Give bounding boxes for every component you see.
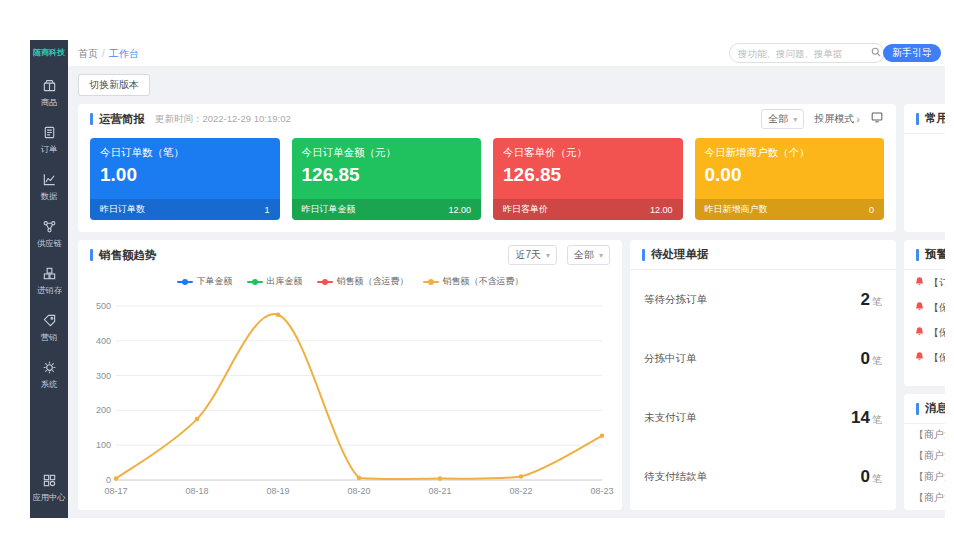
pending-title: 待处理单据 bbox=[651, 247, 709, 262]
sidebar-item-label: 进销存 bbox=[37, 285, 62, 297]
sidebar-menu: 商品 订单 数据 供应链 进销存 bbox=[30, 70, 68, 399]
inventory-boxes-icon bbox=[42, 266, 57, 281]
alert-list: 【订单】超 【保质期】 【保质期】 【保质期】 bbox=[904, 270, 945, 370]
stat-title: 今日客单价（元） bbox=[493, 138, 683, 160]
operation-brief-card: 运营简报 更新时间：2022-12-29 10:19:02 全部▾ 投屏模式› … bbox=[78, 104, 896, 232]
brief-update-time: 更新时间：2022-12-29 10:19:02 bbox=[155, 113, 291, 126]
search-input[interactable] bbox=[738, 48, 870, 59]
brief-title: 运营简报 bbox=[99, 112, 145, 127]
sales-trend-chart: 010020030040050008-1708-1808-1908-2008-2… bbox=[86, 298, 614, 498]
brand-logo: 随商科技 bbox=[30, 47, 68, 58]
pending-row-wait-sorting[interactable]: 等待分拣订单 2笔 bbox=[644, 270, 882, 329]
screen-icon[interactable] bbox=[870, 110, 884, 128]
stat-footer: 昨日客单价12.00 bbox=[493, 199, 683, 220]
stat-title: 今日订单数（笔） bbox=[90, 138, 280, 160]
notice-item[interactable]: 【商户注册】 bbox=[904, 466, 945, 487]
pending-header: 待处理单据 bbox=[630, 240, 896, 270]
select-value: 全部 bbox=[574, 248, 594, 262]
svg-text:100: 100 bbox=[96, 440, 111, 450]
goods-box-icon bbox=[42, 78, 57, 93]
stat-footer: 昨日新增商户数0 bbox=[695, 199, 885, 220]
search-icon[interactable] bbox=[870, 44, 882, 62]
newbie-guide-button[interactable]: 新手引导 bbox=[883, 44, 941, 62]
alarm-bell-icon bbox=[914, 301, 925, 314]
pending-count: 2笔 bbox=[861, 290, 882, 310]
legend-marker bbox=[177, 278, 193, 286]
sidebar-item-label: 系统 bbox=[41, 379, 58, 391]
order-doc-icon bbox=[42, 125, 57, 140]
alert-item[interactable]: 【保质期】 bbox=[904, 295, 945, 320]
pending-row-sorting[interactable]: 分拣中订单 0笔 bbox=[644, 329, 882, 388]
marketing-tag-icon bbox=[42, 313, 57, 328]
pending-count: 0笔 bbox=[861, 467, 882, 487]
common-functions-header: 常用功能 bbox=[904, 104, 945, 134]
warning-info-header: 预警信息 bbox=[904, 240, 945, 270]
notice-item[interactable]: 【商户注册】 bbox=[904, 487, 945, 508]
switch-version-button[interactable]: 切换新版本 bbox=[78, 74, 150, 96]
sidebar-item-system[interactable]: 系统 bbox=[30, 352, 68, 399]
legend-item-sales-without-freight[interactable]: 销售额（不含运费） bbox=[423, 275, 524, 288]
sidebar-item-label: 营销 bbox=[41, 332, 58, 344]
title-accent-bar bbox=[90, 113, 93, 125]
chart-legend: 下单金额 出库金额 销售额（含运费） 销售额（不含运费） bbox=[78, 275, 622, 288]
brief-filter-select[interactable]: 全部▾ bbox=[761, 109, 804, 129]
message-notice-title: 消息通知 bbox=[925, 401, 945, 416]
global-search[interactable] bbox=[729, 43, 885, 63]
legend-item-order-amount[interactable]: 下单金额 bbox=[177, 275, 233, 288]
sidebar: 随商科技 商品 订单 数据 供应链 bbox=[30, 40, 68, 518]
svg-text:400: 400 bbox=[96, 336, 111, 346]
data-chart-icon bbox=[42, 172, 57, 187]
pending-row-unpaid[interactable]: 未支付订单 14笔 bbox=[644, 388, 882, 447]
sidebar-item-inventory[interactable]: 进销存 bbox=[30, 258, 68, 305]
notice-list: 【商户注册】 【商户注册】 【商户注册】 【商户注册】 bbox=[904, 424, 945, 508]
select-value: 近7天 bbox=[515, 248, 541, 262]
sidebar-item-orders[interactable]: 订单 bbox=[30, 117, 68, 164]
pending-row-settlement[interactable]: 待支付结款单 0笔 bbox=[644, 447, 882, 506]
breadcrumb: 首页/工作台 bbox=[78, 47, 139, 61]
notice-item[interactable]: 【商户注册】 bbox=[904, 424, 945, 445]
app-frame: 随商科技 商品 订单 数据 供应链 bbox=[30, 40, 945, 518]
screen: 随商科技 商品 订单 数据 供应链 bbox=[0, 0, 954, 553]
brief-header: 运营简报 更新时间：2022-12-29 10:19:02 全部▾ 投屏模式› bbox=[78, 104, 896, 134]
sidebar-item-label: 订单 bbox=[41, 144, 58, 156]
topbar: 首页/工作台 新手引导 bbox=[68, 40, 945, 66]
chevron-down-icon: ▾ bbox=[793, 115, 797, 124]
svg-text:08-19: 08-19 bbox=[266, 486, 289, 496]
sidebar-item-supply-chain[interactable]: 供应链 bbox=[30, 211, 68, 258]
pending-count: 14笔 bbox=[851, 408, 882, 428]
svg-text:08-17: 08-17 bbox=[104, 486, 127, 496]
supply-chain-icon bbox=[42, 219, 57, 234]
main-content: 切换新版本 运营简报 更新时间：2022-12-29 10:19:02 全部▾ … bbox=[68, 66, 945, 518]
stat-card-today-order-amount: 今日订单金额（元） 126.85 昨日订单金额12.00 bbox=[292, 138, 482, 220]
sales-trend-header: 销售额趋势 近7天▾ 全部▾ bbox=[78, 240, 622, 270]
alert-item[interactable]: 【保质期】 bbox=[904, 345, 945, 370]
alert-item[interactable]: 【保质期】 bbox=[904, 320, 945, 345]
legend-item-sales-with-freight[interactable]: 销售额（含运费） bbox=[317, 275, 409, 288]
sidebar-item-data[interactable]: 数据 bbox=[30, 164, 68, 211]
sidebar-item-goods[interactable]: 商品 bbox=[30, 70, 68, 117]
legend-item-outbound-amount[interactable]: 出库金额 bbox=[247, 275, 303, 288]
pending-count: 0笔 bbox=[861, 349, 882, 369]
sidebar-item-label: 商品 bbox=[41, 97, 58, 109]
legend-marker bbox=[247, 278, 263, 286]
alert-item[interactable]: 【订单】超 bbox=[904, 270, 945, 295]
stat-card-row: 今日订单数（笔） 1.00 昨日订单数1 今日订单金额（元） 126.85 昨日… bbox=[90, 138, 884, 220]
cast-mode-button[interactable]: 投屏模式› bbox=[814, 112, 860, 126]
svg-text:0: 0 bbox=[106, 475, 111, 485]
svg-text:200: 200 bbox=[96, 405, 111, 415]
system-gear-icon bbox=[42, 360, 57, 375]
sidebar-item-marketing[interactable]: 营销 bbox=[30, 305, 68, 352]
breadcrumb-home[interactable]: 首页 bbox=[78, 48, 98, 59]
svg-text:300: 300 bbox=[96, 371, 111, 381]
sales-trend-title: 销售额趋势 bbox=[99, 248, 157, 263]
range-select[interactable]: 近7天▾ bbox=[508, 245, 557, 265]
stat-card-today-avg-price: 今日客单价（元） 126.85 昨日客单价12.00 bbox=[493, 138, 683, 220]
stat-footer: 昨日订单数1 bbox=[90, 199, 280, 220]
sidebar-item-app-center[interactable]: 应用中心 bbox=[30, 466, 68, 510]
svg-text:08-23: 08-23 bbox=[590, 486, 613, 496]
alarm-bell-icon bbox=[914, 326, 925, 339]
warning-info-card: 预警信息 【订单】超 【保质期】 【保质期】 【保质期】 bbox=[904, 240, 945, 386]
stat-title: 今日订单金额（元） bbox=[292, 138, 482, 160]
scope-select[interactable]: 全部▾ bbox=[567, 245, 610, 265]
notice-item[interactable]: 【商户注册】 bbox=[904, 445, 945, 466]
